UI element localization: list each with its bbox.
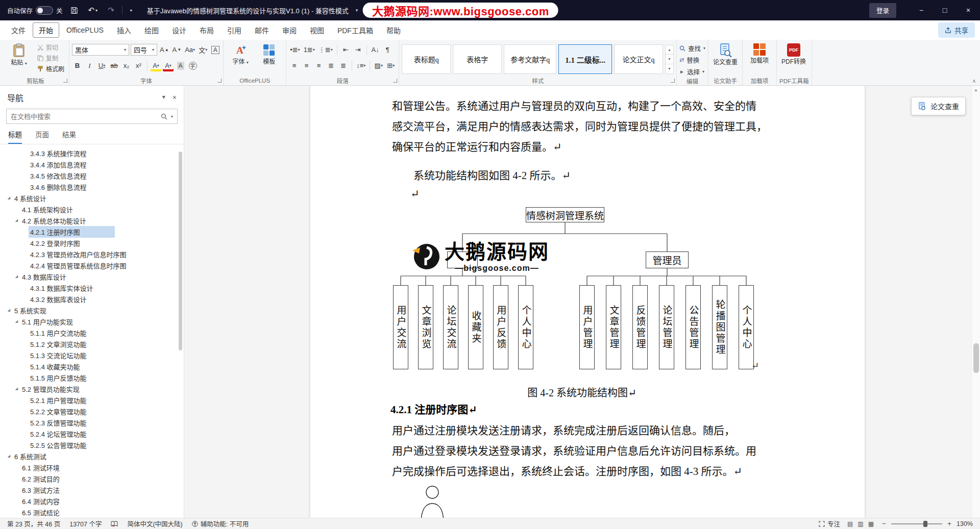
nav-heading-item[interactable]: ◢4.2.4 管理员管理系统信息时序图	[0, 260, 184, 271]
italic-button[interactable]: I	[84, 60, 95, 71]
character-border-button[interactable]: A	[210, 44, 220, 56]
expand-triangle-icon[interactable]: ◢	[13, 274, 20, 279]
minimize-button[interactable]: −	[910, 0, 933, 20]
nav-search-input[interactable]	[11, 113, 157, 120]
web-layout-icon[interactable]: ▦	[868, 520, 874, 527]
menu-tab[interactable]: 邮件	[249, 22, 275, 38]
search-options-chevron-icon[interactable]: ▾	[171, 114, 173, 119]
nav-heading-item[interactable]: ◢5.1.1 用户交流功能	[0, 327, 184, 338]
style-chip[interactable]: 表标题q	[402, 44, 451, 74]
proofing-icon[interactable]	[111, 521, 118, 527]
nav-options-chevron-icon[interactable]: ▾	[162, 93, 165, 102]
change-case-button[interactable]: Aa▾	[184, 44, 196, 56]
menu-tab[interactable]: 开始	[33, 22, 59, 38]
share-button[interactable]: 共享	[938, 22, 975, 38]
find-button[interactable]: 查找▾	[679, 43, 705, 53]
expand-triangle-icon[interactable]: ◢	[13, 218, 20, 222]
show-marks-button[interactable]: ¶	[382, 44, 393, 56]
nav-tab[interactable]: 标题	[8, 129, 22, 144]
align-right-button[interactable]: ≡	[313, 60, 324, 71]
multilevel-list-button[interactable]: ⋮≣▾	[317, 44, 334, 56]
nav-heading-item[interactable]: ◢5.2.5 公告管理功能	[0, 439, 184, 450]
shading-button[interactable]: ▨▾	[373, 60, 384, 71]
nav-heading-item[interactable]: ◢3.4.6 删除信息流程	[0, 181, 184, 192]
menu-tab[interactable]: 审阅	[276, 22, 303, 38]
replace-button[interactable]: ⇄ 替换	[679, 55, 705, 65]
style-chip[interactable]: 参考文献字q	[504, 44, 556, 74]
paste-button[interactable]: 粘贴 ▾	[5, 41, 33, 67]
sort-button[interactable]: A↓	[370, 44, 381, 56]
expand-triangle-icon[interactable]: ◢	[5, 454, 13, 458]
menu-tab[interactable]: PDF工具箱	[331, 22, 379, 38]
nav-heading-item[interactable]: ◢5.1 用户功能实现	[0, 316, 184, 327]
nav-heading-item[interactable]: ◢4.2.2 登录时序图	[0, 237, 184, 248]
menu-tab[interactable]: 布局	[193, 22, 220, 38]
nav-heading-item[interactable]: ◢5.2.4 论坛管理功能	[0, 428, 184, 439]
clipboard-dialog-launcher-icon[interactable]	[63, 79, 67, 83]
title-chevron-icon[interactable]: ▾	[356, 8, 358, 13]
ribbon-collapse-icon[interactable]: ∧	[972, 78, 976, 84]
nav-tab[interactable]: 结果	[62, 129, 76, 144]
character-shading-button[interactable]: A	[175, 60, 186, 71]
nav-heading-item[interactable]: ◢3.4.3 系统操作流程	[0, 147, 184, 159]
bullets-button[interactable]: •≣▾	[289, 44, 301, 56]
menu-tab[interactable]: 插入	[111, 22, 137, 38]
expand-triangle-icon[interactable]: ◢	[13, 387, 20, 391]
styles-dialog-launcher-icon[interactable]	[671, 79, 675, 83]
nav-close-icon[interactable]: ×	[173, 93, 177, 102]
paper-check-float-button[interactable]: 论文查重	[911, 97, 966, 115]
redo-button[interactable]: ↷	[105, 5, 117, 16]
nav-heading-item[interactable]: ◢6 系统测试	[0, 450, 184, 462]
format-painter-button[interactable]: 格式刷	[35, 64, 66, 73]
maximize-button[interactable]: □	[933, 0, 957, 20]
grow-font-button[interactable]: A▲	[159, 44, 170, 56]
font-dialog-launcher-icon[interactable]	[217, 79, 222, 83]
login-button[interactable]: 登录	[869, 3, 896, 18]
paragraph-dialog-launcher-icon[interactable]	[393, 79, 397, 83]
superscript-button[interactable]: x²	[133, 60, 144, 71]
nav-heading-item[interactable]: ◢5.2.3 反馈管理功能	[0, 417, 184, 428]
nav-heading-item[interactable]: ◢6.2 测试目的	[0, 473, 184, 484]
nav-heading-item[interactable]: ◢6.5 测试结论	[0, 507, 184, 518]
font-name-select[interactable]: 黑体▾	[72, 44, 129, 56]
menu-tab[interactable]: 帮助	[380, 22, 407, 38]
read-mode-icon[interactable]: ▤	[847, 520, 853, 527]
decrease-indent-button[interactable]: ⇤	[340, 44, 351, 56]
select-button[interactable]: ► 选择▾	[679, 67, 705, 77]
word-count[interactable]: 13707 个字	[69, 519, 102, 528]
nav-heading-item[interactable]: ◢4.3 数据库设计	[0, 271, 184, 282]
line-spacing-button[interactable]: ↕≡▾	[355, 60, 366, 71]
paper-check-button[interactable]: 论文查重	[711, 41, 740, 66]
nav-tab[interactable]: 页面	[35, 129, 49, 144]
accessibility-status[interactable]: 辅助功能: 不可用	[192, 519, 249, 528]
menu-tab[interactable]: 设计	[166, 22, 192, 38]
nav-heading-item[interactable]: ◢5.2 管理员功能实现	[0, 383, 184, 394]
menu-tab[interactable]: 引用	[221, 22, 248, 38]
zoom-slider[interactable]	[891, 523, 942, 524]
officeplus-template-button[interactable]: 模板	[255, 41, 283, 65]
nav-heading-item[interactable]: ◢6.4 测试内容	[0, 495, 184, 507]
nav-heading-item[interactable]: ◢6.3 测试方法	[0, 484, 184, 495]
save-icon[interactable]	[68, 6, 81, 15]
style-chip[interactable]: 论文正文q	[614, 44, 663, 74]
expand-triangle-icon[interactable]: ◢	[5, 308, 13, 312]
nav-heading-item[interactable]: ◢5.1.5 用户反馈功能	[0, 372, 184, 383]
vertical-scrollbar[interactable]: ▲	[971, 86, 980, 518]
search-icon[interactable]	[161, 113, 167, 120]
addins-button[interactable]: 加载项	[745, 41, 774, 64]
undo-button[interactable]: ↶▾	[86, 5, 101, 16]
subscript-button[interactable]: x₂	[121, 60, 132, 71]
nav-heading-item[interactable]: ◢3.4.4 添加信息流程	[0, 159, 184, 170]
officeplus-font-button[interactable]: A 字体 ▾	[226, 41, 255, 66]
strikethrough-button[interactable]: ab	[109, 60, 119, 71]
align-left-button[interactable]: ≡	[289, 60, 300, 71]
cut-button[interactable]: 剪切	[35, 42, 66, 52]
bold-button[interactable]: B	[72, 60, 83, 71]
print-layout-icon[interactable]: ▥	[857, 520, 863, 527]
zoom-in-button[interactable]: +	[946, 520, 952, 527]
style-chip[interactable]: 1.1 二级标...	[558, 44, 612, 74]
menu-tab[interactable]: 绘图	[138, 22, 165, 38]
underline-button[interactable]: U▾	[96, 60, 107, 71]
expand-triangle-icon[interactable]: ◢	[13, 319, 20, 323]
phonetic-guide-button[interactable]: 文▾	[198, 44, 208, 56]
